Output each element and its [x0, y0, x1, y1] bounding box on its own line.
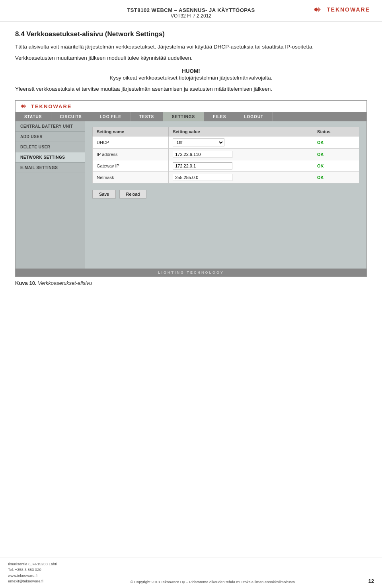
app-sidebar: CENTRAL BATTERY UNIT ADD USER DELETE USE… — [16, 121, 85, 269]
setting-value-dhcp[interactable]: Off On — [169, 136, 313, 149]
nav-tests[interactable]: TESTS — [131, 112, 163, 121]
screenshot-frame: TEKNOWARE STATUS CIRCUITS LOG FILE TESTS… — [15, 100, 367, 277]
note-block: HUOM! Kysy oikeat verkkoasetukset tietoj… — [15, 68, 367, 82]
setting-value-netmask[interactable] — [169, 172, 313, 183]
setting-name-netmask: Netmask — [93, 172, 169, 183]
nav-logfile[interactable]: LOG FILE — [91, 112, 131, 121]
table-row: Gateway IP OK — [93, 160, 359, 172]
document-footer: Ilmarisentie 8, FI-15200 Lahti Tel: +358… — [0, 557, 382, 588]
footer-address: Ilmarisentie 8, FI-15200 Lahti Tel: +358… — [8, 561, 57, 584]
setting-status-ip: OK — [313, 149, 359, 160]
app-header: TEKNOWARE — [16, 101, 366, 112]
table-row: IP address OK — [93, 149, 359, 160]
header-logo: TEKNOWARE — [313, 6, 370, 14]
setting-status-netmask: OK — [313, 172, 359, 183]
form-actions: Save Reload — [92, 187, 359, 199]
setting-status-dhcp: OK — [313, 136, 359, 149]
sidebar-item-cbu[interactable]: CENTRAL BATTERY UNIT — [16, 121, 85, 132]
svg-marker-5 — [24, 104, 26, 108]
sidebar-item-email-settings[interactable]: E-MAIL SETTINGS — [16, 163, 85, 173]
dhcp-select[interactable]: Off On — [173, 138, 224, 146]
footer-address-line1: Ilmarisentie 8, FI-15200 Lahti — [8, 561, 57, 567]
figure-caption: Kuva 10. Verkkoasetukset-alisivu — [15, 280, 367, 286]
setting-value-ip[interactable] — [169, 149, 313, 160]
col-header-status: Status — [313, 127, 359, 136]
netmask-input[interactable] — [173, 174, 232, 181]
copyright-text: © Copyright 2013 Teknoware Oy – Pidätämm… — [131, 580, 295, 584]
setting-name-gateway: Gateway IP — [93, 160, 169, 172]
svg-marker-2 — [318, 7, 321, 12]
setting-value-gateway[interactable] — [169, 160, 313, 172]
footer-address-line4: emexit@teknoware.fi — [8, 578, 57, 584]
doc-subtitle: VOT32 FI 7.2.2012 — [0, 13, 382, 19]
footer-address-line2: Tel: +358 3 883 020 — [8, 567, 57, 572]
svg-marker-4 — [23, 104, 25, 108]
sidebar-item-network-settings[interactable]: NETWORK SETTINGS — [16, 152, 85, 163]
note-label: HUOM! — [15, 68, 367, 74]
setting-name-ip: IP address — [93, 149, 169, 160]
note-text: Kysy oikeat verkkoasetukset tietojärjest… — [15, 74, 367, 82]
header-logo-text: TEKNOWARE — [327, 6, 370, 13]
app-nav: STATUS CIRCUITS LOG FILE TESTS SETTINGS … — [16, 112, 366, 121]
body-para1: Tältä alisivulta voit määritellä järjest… — [15, 43, 367, 51]
reload-button[interactable]: Reload — [119, 190, 147, 199]
ip-address-input[interactable] — [173, 151, 232, 158]
body-para2: Verkkoasetusten muuttamisen jälkeen modu… — [15, 54, 367, 62]
footer-page-number: 12 — [368, 578, 374, 584]
app-footer-text: LIGHTING TECHNOLOGY — [158, 271, 224, 275]
nav-files[interactable]: FILES — [204, 112, 235, 121]
setting-status-gateway: OK — [313, 160, 359, 172]
svg-marker-1 — [316, 7, 318, 12]
setting-name-dhcp: DHCP — [93, 136, 169, 149]
gateway-ip-input[interactable] — [173, 162, 232, 169]
document-header: TST8102 WEBCM – ASENNUS- JA KÄYTTÖOPAS V… — [0, 0, 382, 21]
footer-address-line3: www.teknoware.fi — [8, 573, 57, 578]
caption-text: Verkkoasetukset-alisivu — [38, 280, 92, 286]
app-main: Setting name Setting value Status DHCP O… — [85, 121, 366, 269]
table-row: DHCP Off On OK — [93, 136, 359, 149]
nav-circuits[interactable]: CIRCUITS — [51, 112, 91, 121]
app-logo-text: TEKNOWARE — [31, 103, 72, 109]
page-content: 8.4 Verkkoasetukset-alisivu (Network Set… — [0, 21, 382, 300]
note-text2: Yleensä verkkoasetuksia ei tarvitse muut… — [15, 85, 367, 93]
col-header-value: Setting value — [169, 127, 313, 136]
col-header-name: Setting name — [93, 127, 169, 136]
nav-logout[interactable]: LOGOUT — [235, 112, 273, 121]
table-row: Netmask OK — [93, 172, 359, 183]
nav-settings[interactable]: SETTINGS — [163, 112, 204, 121]
footer-copyright: © Copyright 2013 Teknoware Oy – Pidätämm… — [57, 580, 368, 584]
settings-table: Setting name Setting value Status DHCP O… — [92, 127, 359, 183]
app-logo-icon — [20, 103, 29, 109]
section-title: 8.4 Verkkoasetukset-alisivu (Network Set… — [15, 30, 367, 38]
sidebar-item-add-user[interactable]: ADD USER — [16, 132, 85, 142]
app-footer: LIGHTING TECHNOLOGY — [16, 269, 366, 276]
sidebar-item-delete-user[interactable]: DELETE USER — [16, 142, 85, 152]
teknoware-logo-icon — [313, 6, 324, 14]
save-button[interactable]: Save — [92, 190, 116, 199]
nav-status[interactable]: STATUS — [16, 112, 51, 121]
app-body: CENTRAL BATTERY UNIT ADD USER DELETE USE… — [16, 121, 366, 269]
caption-label: Kuva 10. — [15, 280, 36, 286]
app-logo-area: TEKNOWARE — [20, 103, 72, 109]
